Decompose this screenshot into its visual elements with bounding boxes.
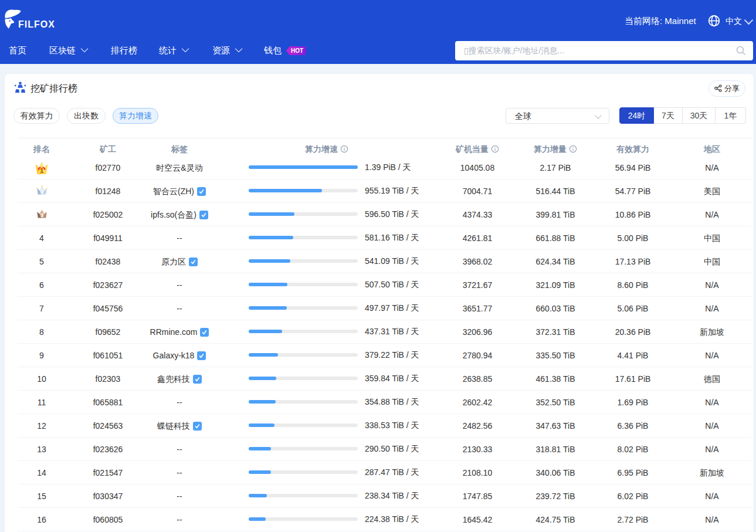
svg-text:3: 3 (40, 212, 43, 218)
svg-text:2: 2 (40, 188, 43, 195)
svg-text:1: 1 (40, 167, 43, 174)
